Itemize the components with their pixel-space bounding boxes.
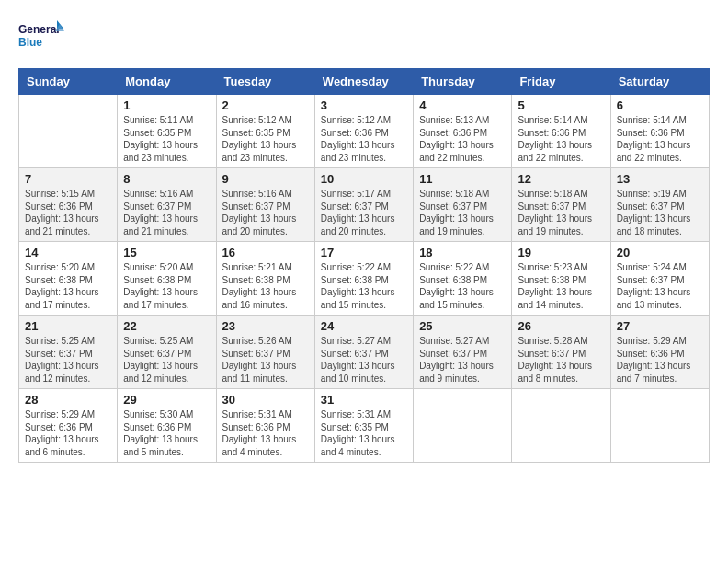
calendar-cell: 31Sunrise: 5:31 AM Sunset: 6:35 PM Dayli…: [314, 389, 413, 463]
day-number: 12: [518, 172, 604, 186]
day-info: Sunrise: 5:31 AM Sunset: 6:35 PM Dayligh…: [321, 408, 407, 458]
calendar-week-row: 28Sunrise: 5:29 AM Sunset: 6:36 PM Dayli…: [19, 389, 710, 463]
calendar-cell: 24Sunrise: 5:27 AM Sunset: 6:37 PM Dayli…: [314, 316, 413, 389]
calendar-cell: 28Sunrise: 5:29 AM Sunset: 6:36 PM Dayli…: [19, 389, 118, 463]
day-number: 31: [321, 393, 407, 407]
day-number: 8: [123, 172, 210, 186]
calendar-week-row: 21Sunrise: 5:25 AM Sunset: 6:37 PM Dayli…: [19, 316, 710, 389]
calendar-cell: 7Sunrise: 5:15 AM Sunset: 6:36 PM Daylig…: [19, 168, 118, 242]
day-info: Sunrise: 5:14 AM Sunset: 6:36 PM Dayligh…: [617, 114, 703, 164]
weekday-header-saturday: Saturday: [610, 69, 709, 95]
calendar-cell: 29Sunrise: 5:30 AM Sunset: 6:36 PM Dayli…: [118, 389, 216, 463]
svg-text:General: General: [18, 23, 60, 36]
day-number: 1: [123, 98, 210, 112]
calendar-cell: 21Sunrise: 5:25 AM Sunset: 6:37 PM Dayli…: [19, 316, 118, 389]
calendar-cell: 30Sunrise: 5:31 AM Sunset: 6:36 PM Dayli…: [216, 389, 314, 463]
day-info: Sunrise: 5:18 AM Sunset: 6:37 PM Dayligh…: [419, 188, 506, 237]
day-info: Sunrise: 5:29 AM Sunset: 6:36 PM Dayligh…: [25, 408, 111, 458]
day-number: 6: [617, 98, 703, 112]
calendar-week-row: 1Sunrise: 5:11 AM Sunset: 6:35 PM Daylig…: [19, 95, 710, 168]
day-info: Sunrise: 5:16 AM Sunset: 6:37 PM Dayligh…: [222, 188, 309, 237]
day-info: Sunrise: 5:14 AM Sunset: 6:36 PM Dayligh…: [518, 114, 604, 164]
day-info: Sunrise: 5:31 AM Sunset: 6:36 PM Dayligh…: [222, 408, 309, 458]
logo: General Blue: [18, 18, 68, 59]
day-number: 16: [222, 246, 309, 259]
day-number: 23: [222, 319, 309, 333]
day-info: Sunrise: 5:25 AM Sunset: 6:37 PM Dayligh…: [25, 335, 111, 385]
calendar-cell: 8Sunrise: 5:16 AM Sunset: 6:37 PM Daylig…: [118, 168, 216, 242]
calendar-cell: 12Sunrise: 5:18 AM Sunset: 6:37 PM Dayli…: [512, 168, 610, 242]
calendar-table: SundayMondayTuesdayWednesdayThursdayFrid…: [18, 68, 710, 463]
day-info: Sunrise: 5:27 AM Sunset: 6:37 PM Dayligh…: [419, 335, 506, 385]
calendar-cell: 20Sunrise: 5:24 AM Sunset: 6:37 PM Dayli…: [610, 242, 709, 316]
weekday-header-wednesday: Wednesday: [314, 69, 413, 95]
weekday-header-friday: Friday: [512, 69, 610, 95]
day-info: Sunrise: 5:20 AM Sunset: 6:38 PM Dayligh…: [25, 261, 111, 311]
calendar-cell: 17Sunrise: 5:22 AM Sunset: 6:38 PM Dayli…: [314, 242, 413, 316]
calendar-cell: 4Sunrise: 5:13 AM Sunset: 6:36 PM Daylig…: [414, 95, 512, 168]
weekday-header-sunday: Sunday: [19, 69, 118, 95]
day-number: 2: [222, 98, 309, 112]
day-info: Sunrise: 5:25 AM Sunset: 6:37 PM Dayligh…: [123, 335, 210, 385]
day-info: Sunrise: 5:17 AM Sunset: 6:37 PM Dayligh…: [321, 188, 407, 237]
day-info: Sunrise: 5:21 AM Sunset: 6:38 PM Dayligh…: [222, 261, 309, 311]
day-info: Sunrise: 5:26 AM Sunset: 6:37 PM Dayligh…: [222, 335, 309, 385]
day-info: Sunrise: 5:12 AM Sunset: 6:36 PM Dayligh…: [321, 114, 407, 164]
day-number: 18: [419, 246, 506, 259]
calendar-cell: 14Sunrise: 5:20 AM Sunset: 6:38 PM Dayli…: [19, 242, 118, 316]
day-info: Sunrise: 5:19 AM Sunset: 6:37 PM Dayligh…: [617, 188, 703, 237]
day-info: Sunrise: 5:28 AM Sunset: 6:37 PM Dayligh…: [518, 335, 604, 385]
calendar-cell: 13Sunrise: 5:19 AM Sunset: 6:37 PM Dayli…: [610, 168, 709, 242]
day-number: 3: [321, 98, 407, 112]
day-number: 25: [419, 319, 506, 333]
day-info: Sunrise: 5:22 AM Sunset: 6:38 PM Dayligh…: [419, 261, 506, 311]
weekday-header-monday: Monday: [118, 69, 216, 95]
day-info: Sunrise: 5:20 AM Sunset: 6:38 PM Dayligh…: [123, 261, 210, 311]
day-number: 15: [123, 246, 210, 259]
day-number: 5: [518, 98, 604, 112]
calendar-cell: 19Sunrise: 5:23 AM Sunset: 6:38 PM Dayli…: [512, 242, 610, 316]
day-number: 9: [222, 172, 309, 186]
day-info: Sunrise: 5:12 AM Sunset: 6:35 PM Dayligh…: [222, 114, 309, 164]
calendar-cell: [610, 389, 709, 463]
day-number: 24: [321, 319, 407, 333]
calendar-cell: 3Sunrise: 5:12 AM Sunset: 6:36 PM Daylig…: [314, 95, 413, 168]
calendar-cell: [19, 95, 118, 168]
calendar-cell: 15Sunrise: 5:20 AM Sunset: 6:38 PM Dayli…: [118, 242, 216, 316]
day-info: Sunrise: 5:16 AM Sunset: 6:37 PM Dayligh…: [123, 188, 210, 237]
day-number: 14: [25, 246, 111, 259]
calendar-cell: 5Sunrise: 5:14 AM Sunset: 6:36 PM Daylig…: [512, 95, 610, 168]
day-number: 20: [617, 246, 703, 259]
day-number: 7: [25, 172, 111, 186]
calendar-cell: 18Sunrise: 5:22 AM Sunset: 6:38 PM Dayli…: [414, 242, 512, 316]
calendar-cell: 2Sunrise: 5:12 AM Sunset: 6:35 PM Daylig…: [216, 95, 314, 168]
day-number: 13: [617, 172, 703, 186]
day-info: Sunrise: 5:11 AM Sunset: 6:35 PM Dayligh…: [123, 114, 210, 164]
day-info: Sunrise: 5:18 AM Sunset: 6:37 PM Dayligh…: [518, 188, 604, 237]
calendar-cell: 23Sunrise: 5:26 AM Sunset: 6:37 PM Dayli…: [216, 316, 314, 389]
calendar-cell: 22Sunrise: 5:25 AM Sunset: 6:37 PM Dayli…: [118, 316, 216, 389]
day-number: 21: [25, 319, 111, 333]
weekday-header-row: SundayMondayTuesdayWednesdayThursdayFrid…: [19, 69, 710, 95]
logo-graphic: General Blue: [18, 18, 64, 59]
day-info: Sunrise: 5:27 AM Sunset: 6:37 PM Dayligh…: [321, 335, 407, 385]
day-number: 27: [617, 319, 703, 333]
calendar-cell: 27Sunrise: 5:29 AM Sunset: 6:36 PM Dayli…: [610, 316, 709, 389]
svg-text:Blue: Blue: [18, 36, 42, 49]
calendar-week-row: 14Sunrise: 5:20 AM Sunset: 6:38 PM Dayli…: [19, 242, 710, 316]
day-info: Sunrise: 5:22 AM Sunset: 6:38 PM Dayligh…: [321, 261, 407, 311]
day-info: Sunrise: 5:15 AM Sunset: 6:36 PM Dayligh…: [25, 188, 111, 237]
day-number: 22: [123, 319, 210, 333]
calendar-cell: [414, 389, 512, 463]
day-number: 29: [123, 393, 210, 407]
day-info: Sunrise: 5:29 AM Sunset: 6:36 PM Dayligh…: [617, 335, 703, 385]
day-info: Sunrise: 5:30 AM Sunset: 6:36 PM Dayligh…: [123, 408, 210, 458]
day-number: 11: [419, 172, 506, 186]
day-info: Sunrise: 5:23 AM Sunset: 6:38 PM Dayligh…: [518, 261, 604, 311]
calendar-cell: 1Sunrise: 5:11 AM Sunset: 6:35 PM Daylig…: [118, 95, 216, 168]
day-number: 4: [419, 98, 506, 112]
weekday-header-thursday: Thursday: [414, 69, 512, 95]
calendar-cell: 9Sunrise: 5:16 AM Sunset: 6:37 PM Daylig…: [216, 168, 314, 242]
calendar-cell: [512, 389, 610, 463]
calendar-week-row: 7Sunrise: 5:15 AM Sunset: 6:36 PM Daylig…: [19, 168, 710, 242]
